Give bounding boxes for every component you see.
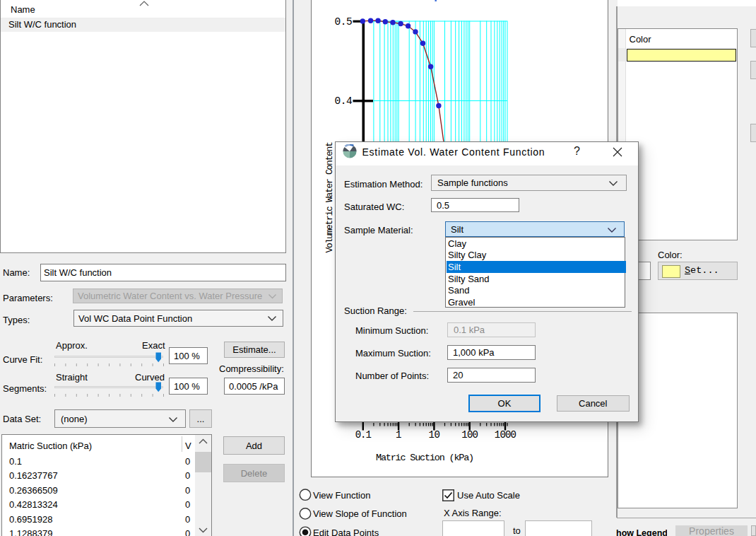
svg-text:0.4: 0.4 [335,95,353,107]
svg-text:100: 100 [461,429,478,441]
svg-text:1000: 1000 [495,429,516,441]
svg-text:1: 1 [396,429,401,441]
svg-text:Volumetric Water Content: Volumetric Water Content [324,142,335,253]
svg-text:0.5: 0.5 [335,16,353,28]
svg-text:0.1: 0.1 [355,429,372,441]
svg-text:Matric Suction (kPa): Matric Suction (kPa) [376,453,473,463]
svg-text:10: 10 [428,429,439,441]
